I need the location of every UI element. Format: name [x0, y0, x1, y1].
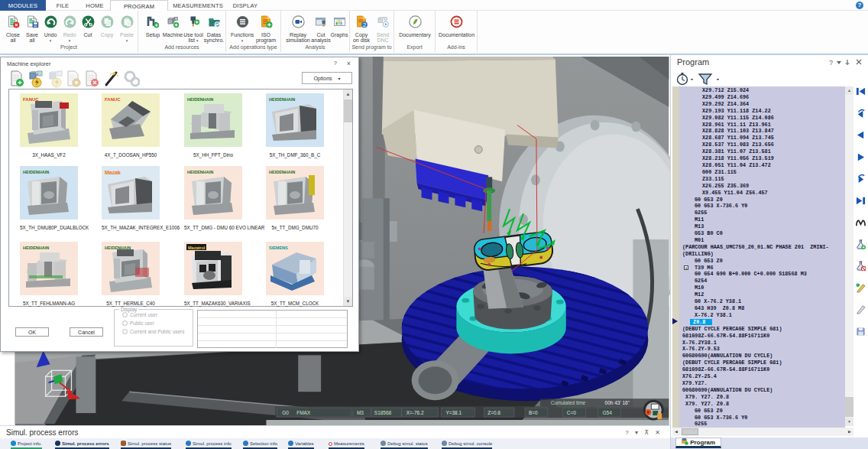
svg-text:Mazak: Mazak [105, 170, 121, 175]
svg-text:M3: M3 [357, 410, 364, 415]
svg-text:HEIDENHAIN: HEIDENHAIN [105, 246, 131, 250]
svg-text:FMAX: FMAX [296, 410, 311, 415]
svg-text:00h 43' 16'': 00h 43' 16'' [605, 400, 630, 405]
svg-text:HEIDENHAIN: HEIDENHAIN [269, 170, 295, 174]
svg-text:HEIDENHAIN: HEIDENHAIN [23, 246, 49, 250]
svg-text:Y=38.1: Y=38.1 [445, 410, 462, 415]
svg-text:Cumulated time: Cumulated time [551, 400, 586, 405]
svg-text:HEIDENHAIN: HEIDENHAIN [187, 170, 213, 174]
svg-text:G54: G54 [603, 410, 613, 415]
svg-text:FANUC: FANUC [23, 97, 39, 102]
svg-text:C=0: C=0 [567, 410, 576, 415]
svg-text:FANUC: FANUC [105, 97, 121, 102]
svg-text:B=0: B=0 [529, 410, 538, 415]
svg-text:?: ? [829, 59, 833, 67]
svg-text:G0: G0 [282, 410, 289, 415]
svg-text:X=-76.2: X=-76.2 [406, 410, 424, 415]
svg-text:Mazatrol: Mazatrol [188, 246, 206, 250]
svg-text:HEIDENHAIN: HEIDENHAIN [269, 97, 295, 102]
svg-text:Z=0.8: Z=0.8 [487, 410, 500, 415]
svg-text:SIEMENS: SIEMENS [269, 246, 288, 250]
svg-text:HEIDENHAIN: HEIDENHAIN [23, 170, 49, 174]
svg-text:S18568: S18568 [374, 410, 392, 415]
svg-text:HEIDENHAIN: HEIDENHAIN [187, 97, 213, 102]
svg-text:2: 2 [362, 21, 365, 28]
